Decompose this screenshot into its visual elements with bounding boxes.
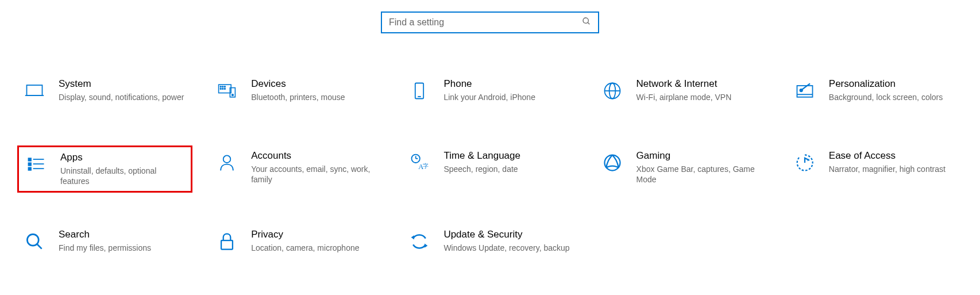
search-input[interactable] <box>389 17 582 28</box>
category-title: Devices <box>251 78 345 90</box>
search-box[interactable] <box>381 12 599 33</box>
svg-text:字: 字 <box>423 163 429 169</box>
category-privacy[interactable]: Privacy Location, camera, microphone <box>210 224 385 265</box>
svg-rect-37 <box>221 241 233 250</box>
system-icon <box>23 79 46 102</box>
svg-rect-23 <box>29 163 32 166</box>
category-desc: Windows Update, recovery, backup <box>443 243 569 253</box>
category-apps[interactable]: Apps Uninstall, defaults, optional featu… <box>17 145 192 193</box>
category-title: System <box>59 78 184 90</box>
svg-point-9 <box>222 89 223 90</box>
search-container <box>17 12 963 33</box>
svg-point-27 <box>223 155 231 163</box>
svg-marker-39 <box>425 244 427 248</box>
svg-point-20 <box>800 89 802 92</box>
phone-icon <box>408 79 431 102</box>
category-title: Network & Internet <box>636 78 732 90</box>
category-gaming[interactable]: Gaming Xbox Game Bar, captures, Game Mod… <box>595 145 770 193</box>
category-title: Time & Language <box>443 150 520 162</box>
svg-line-36 <box>37 244 42 249</box>
svg-line-1 <box>588 22 589 24</box>
category-desc: Wi-Fi, airplane mode, VPN <box>636 92 732 102</box>
category-desc: Narrator, magnifier, high contrast <box>829 164 946 174</box>
category-title: Update & Security <box>443 229 569 240</box>
category-devices[interactable]: Devices Bluetooth, printers, mouse <box>210 74 385 114</box>
category-title: Privacy <box>251 229 359 240</box>
svg-point-7 <box>225 86 226 87</box>
svg-marker-38 <box>411 236 414 240</box>
category-desc: Speech, region, date <box>443 164 520 174</box>
category-desc: Display, sound, notifications, power <box>59 92 184 102</box>
svg-point-8 <box>220 89 221 90</box>
category-title: Phone <box>443 78 535 90</box>
category-ease[interactable]: Ease of Access Narrator, magnifier, high… <box>788 145 963 193</box>
search-cat-icon <box>23 230 46 253</box>
update-icon <box>408 230 431 253</box>
gaming-icon <box>601 151 624 174</box>
category-title: Accounts <box>251 150 379 162</box>
svg-rect-21 <box>29 158 32 161</box>
category-desc: Background, lock screen, colors <box>829 92 943 102</box>
category-update[interactable]: Update & Security Windows Update, recove… <box>402 224 577 265</box>
category-desc: Link your Android, iPhone <box>443 92 535 102</box>
svg-rect-2 <box>27 85 43 95</box>
category-desc: Your accounts, email, sync, work, family <box>251 164 379 185</box>
svg-point-5 <box>220 86 221 87</box>
svg-point-10 <box>225 89 226 90</box>
network-icon <box>601 79 624 102</box>
svg-point-12 <box>232 94 234 96</box>
svg-rect-25 <box>29 167 32 170</box>
category-personalization[interactable]: Personalization Background, lock screen,… <box>788 74 963 114</box>
privacy-icon <box>215 230 238 253</box>
category-desc: Xbox Game Bar, captures, Game Mode <box>636 164 765 185</box>
category-search[interactable]: Search Find my files, permissions <box>17 224 192 265</box>
category-desc: Find my files, permissions <box>59 243 151 253</box>
category-desc: Bluetooth, printers, mouse <box>251 92 345 102</box>
category-phone[interactable]: Phone Link your Android, iPhone <box>402 74 577 114</box>
svg-point-0 <box>583 18 588 23</box>
devices-icon <box>215 79 238 102</box>
category-accounts[interactable]: Accounts Your accounts, email, sync, wor… <box>210 145 385 193</box>
category-title: Personalization <box>829 78 943 90</box>
category-desc: Location, camera, microphone <box>251 243 359 253</box>
category-system[interactable]: System Display, sound, notifications, po… <box>17 74 192 114</box>
time-icon: A 字 <box>408 151 431 174</box>
search-icon <box>582 17 591 28</box>
categories-grid: System Display, sound, notifications, po… <box>17 74 963 265</box>
category-title: Gaming <box>636 150 765 162</box>
ease-icon <box>793 151 816 174</box>
category-title: Search <box>59 229 151 240</box>
category-time[interactable]: A 字 Time & Language Speech, region, date <box>402 145 577 193</box>
category-title: Apps <box>60 152 185 163</box>
accounts-icon <box>215 151 238 174</box>
category-title: Ease of Access <box>829 150 946 162</box>
personalization-icon <box>793 79 816 102</box>
svg-point-6 <box>222 86 223 87</box>
svg-point-35 <box>27 235 38 246</box>
apps-icon <box>25 153 48 176</box>
category-network[interactable]: Network & Internet Wi-Fi, airplane mode,… <box>595 74 770 114</box>
category-desc: Uninstall, defaults, optional features <box>60 166 185 186</box>
